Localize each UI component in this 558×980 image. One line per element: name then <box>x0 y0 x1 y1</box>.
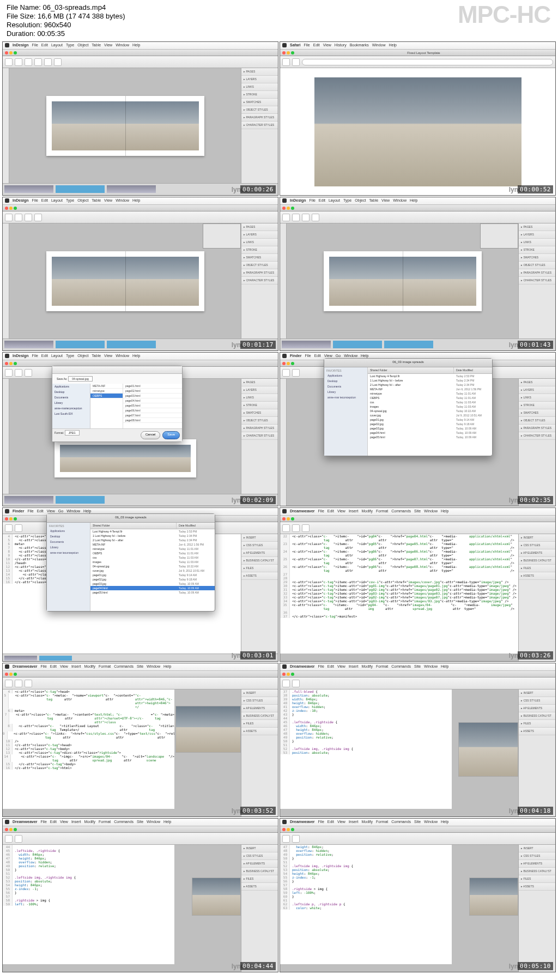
pages-panel-popup[interactable] <box>480 223 518 249</box>
thumb-5: InDesignFileEditLayoutTypeObjectTableVie… <box>2 352 278 506</box>
thumb-9: DreamweaverFileEditViewInsertModifyForma… <box>2 663 278 817</box>
dialog-mid[interactable]: META-INFmimetypeOEBPS <box>90 384 123 428</box>
code-editor[interactable]: 4445.leftside, .rightside {46 width: 846… <box>3 845 174 964</box>
tools-panel[interactable] <box>3 68 9 195</box>
thumb-6: FinderFileEditViewGoWindowHelp ▸ PAGES▸ … <box>280 352 556 506</box>
toolbar[interactable] <box>3 56 278 68</box>
code-editor[interactable]: 22<c-attr">class="c-tag">item c-attr">id… <box>280 534 518 654</box>
preview-image <box>314 77 521 186</box>
save-dialog[interactable]: Save As: 04-spread.jpg ApplicationsDeskt… <box>52 366 183 442</box>
mpc-watermark: MPC-HC <box>458 1 550 28</box>
finder-window[interactable]: 06_03 image spreads FAVORITES Applicatio… <box>46 513 215 612</box>
save-as-input[interactable]: 04-spread.jpg <box>68 376 93 382</box>
code-editor[interactable]: 47 height: 846px;48 overflow: hidden;49 … <box>280 845 452 964</box>
thumb-7: FinderFileEditViewGoWindowHelp ▸ INSERT▸… <box>2 507 278 662</box>
thumb-3: InDesignFileEditLayoutTypeObjectTableVie… <box>2 197 278 351</box>
finder-window[interactable]: 06_03 image spreads FAVORITES Applicatio… <box>324 358 493 456</box>
cancel-button[interactable]: Cancel <box>141 431 161 439</box>
thumbnail-grid: InDesignFileEditLayoutTypeObjectTableVie… <box>0 41 558 976</box>
timestamp: 00:00:52 <box>518 185 553 193</box>
timestamp: 00:00:26 <box>240 185 276 193</box>
thumb-10: DreamweaverFileEditViewInsertModifyForma… <box>280 663 556 817</box>
code-editor[interactable]: 4<c-attr">class="c-tag">head>5 <c-attr">… <box>3 689 174 809</box>
thumb-2: SafariFileEditViewHistoryBookmarksWindow… <box>280 41 556 196</box>
file-info-header: MPC-HC File Name: 06_03-spreads.mp4 File… <box>0 0 558 41</box>
thumb-4: InDesignFileEditLayoutTypeObjectTableVie… <box>280 197 556 351</box>
thumb-1: InDesignFileEditLayoutTypeObjectTableVie… <box>2 41 278 196</box>
format-select[interactable]: JPEG <box>65 430 80 435</box>
dialog-sidebar[interactable]: ApplicationsDesktopDocumentsLibraryanne-… <box>52 384 90 428</box>
thumb-11: DreamweaverFileEditViewInsertModifyForma… <box>2 818 278 972</box>
panels-right[interactable]: ▸ PAGES▸ LAYERS▸ LINKS▸ STROKE▸ SWATCHES… <box>241 68 278 195</box>
dialog-right[interactable]: page01.htmlpage02.htmlpage03.htmlpage04.… <box>123 384 182 428</box>
titlebar: Fixed Layout Template <box>280 50 555 56</box>
live-preview <box>175 706 241 753</box>
live-preview <box>469 878 518 916</box>
canvas[interactable] <box>9 68 241 183</box>
thumb-12: DreamweaverFileEditViewInsertModifyForma… <box>280 818 556 972</box>
titlebar <box>3 50 278 56</box>
thumb-8: DreamweaverFileEditViewInsertModifyForma… <box>280 507 556 662</box>
save-button[interactable]: Save <box>162 431 180 439</box>
live-preview <box>192 878 241 916</box>
menubar[interactable]: SafariFileEditViewHistoryBookmarksWindow… <box>280 42 555 50</box>
live-preview <box>458 722 518 777</box>
pages-panel-popup[interactable] <box>203 223 241 249</box>
menubar[interactable]: InDesignFileEditLayoutTypeObjectTableVie… <box>3 42 278 50</box>
browser-toolbar[interactable] <box>280 56 555 68</box>
code-editor[interactable]: 37.full-bleed {38position: absolute;39wi… <box>280 689 452 809</box>
